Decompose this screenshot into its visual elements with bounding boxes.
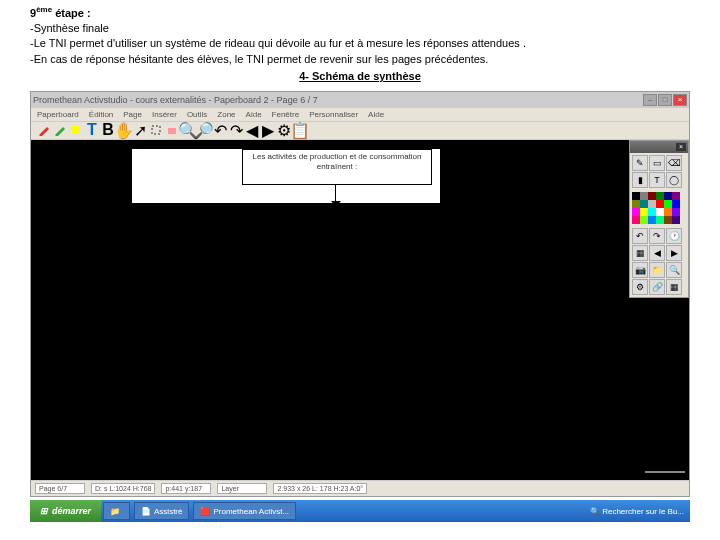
color-swatch[interactable]: [632, 200, 640, 208]
taskbar-item[interactable]: 🟥 Promethean Activst...: [193, 502, 296, 520]
color-swatches: [630, 190, 688, 226]
clock-icon[interactable]: 🕐: [666, 228, 682, 244]
canvas[interactable]: Les activités de production et de consom…: [31, 140, 689, 480]
palette-text-icon[interactable]: T: [649, 172, 665, 188]
menu-item[interactable]: Aide: [368, 110, 384, 119]
color-swatch[interactable]: [664, 216, 672, 224]
color-swatch[interactable]: [672, 192, 680, 200]
next-icon[interactable]: ▶: [666, 245, 682, 261]
zoom-in-icon[interactable]: 🔍: [181, 123, 195, 137]
pointer-tool-icon[interactable]: ➚: [133, 123, 147, 137]
undo-icon[interactable]: ↶: [632, 228, 648, 244]
color-swatch[interactable]: [632, 216, 640, 224]
system-tray[interactable]: 🔍 Rechercher sur le Bu...: [584, 507, 690, 516]
tool-palette[interactable]: × ✎ ▭ ⌫ ▮ T ◯ ↶ ↷ 🕐 ▦ ◀ ▶ 📷 📁 🔍 ⚙: [629, 140, 689, 298]
menu-item[interactable]: Édition: [89, 110, 113, 119]
diagram-text-box: Les activités de production et de consom…: [242, 149, 432, 185]
menu-item[interactable]: Insérer: [152, 110, 177, 119]
search-icon[interactable]: 🔍: [666, 262, 682, 278]
brush-tool-icon[interactable]: [53, 123, 67, 137]
color-swatch[interactable]: [640, 192, 648, 200]
text-tool-icon[interactable]: T: [85, 123, 99, 137]
color-swatch[interactable]: [656, 192, 664, 200]
palette-fill-icon[interactable]: ▮: [632, 172, 648, 188]
palette-pen-icon[interactable]: ✎: [632, 155, 648, 171]
maximize-button[interactable]: □: [658, 94, 672, 106]
color-swatch[interactable]: [664, 200, 672, 208]
curtain-icon[interactable]: ▦: [632, 245, 648, 261]
taskbar-item[interactable]: 📁: [103, 502, 130, 520]
color-swatch[interactable]: [648, 200, 656, 208]
color-swatch[interactable]: [664, 192, 672, 200]
misc2-tool-icon[interactable]: 📋: [293, 123, 307, 137]
start-button[interactable]: ⊞ démarrer: [30, 500, 101, 522]
color-swatch[interactable]: [632, 208, 640, 216]
highlight-tool-icon[interactable]: [69, 123, 83, 137]
eraser-tool-icon[interactable]: [165, 123, 179, 137]
palette-close-icon[interactable]: ×: [676, 143, 686, 151]
color-swatch[interactable]: [664, 208, 672, 216]
status-zoom: 2.933 x 26 L: 178 H:23 A:0°: [273, 483, 367, 494]
undo-icon[interactable]: ↶: [213, 123, 227, 137]
status-layer: Layer: [217, 483, 267, 494]
palette-erase-icon[interactable]: ⌫: [666, 155, 682, 171]
app-icon: 🟥: [200, 507, 210, 516]
color-swatch[interactable]: [672, 216, 680, 224]
color-swatch[interactable]: [656, 208, 664, 216]
step-suffix: ème: [36, 5, 52, 14]
status-pos: p:441 y:187: [161, 483, 211, 494]
color-swatch[interactable]: [640, 216, 648, 224]
palette-shape-icon[interactable]: ◯: [666, 172, 682, 188]
svg-rect-0: [72, 126, 80, 134]
menu-item[interactable]: Personnaliser: [309, 110, 358, 119]
redo-icon[interactable]: ↷: [229, 123, 243, 137]
bold-tool-icon[interactable]: B: [101, 123, 115, 137]
color-swatch[interactable]: [648, 208, 656, 216]
prev-page-icon[interactable]: ◀: [245, 123, 259, 137]
status-page: Page 6/7: [35, 483, 85, 494]
hand-tool-icon[interactable]: ✋: [117, 123, 131, 137]
color-swatch[interactable]: [648, 216, 656, 224]
folder-icon[interactable]: 📁: [649, 262, 665, 278]
minimize-button[interactable]: –: [643, 94, 657, 106]
next-page-icon[interactable]: ▶: [261, 123, 275, 137]
color-swatch[interactable]: [640, 208, 648, 216]
menubar: Paperboard Édition Page Insérer Outils Z…: [31, 108, 689, 122]
redo-icon[interactable]: ↷: [649, 228, 665, 244]
misc-tool-icon[interactable]: ⚙: [277, 123, 291, 137]
menu-item[interactable]: Zone: [217, 110, 235, 119]
windows-logo-icon: ⊞: [40, 506, 48, 516]
zoom-out-icon[interactable]: 🔎: [197, 123, 211, 137]
prev-icon[interactable]: ◀: [649, 245, 665, 261]
step-title: 9ème étape :: [30, 4, 690, 21]
color-swatch[interactable]: [640, 200, 648, 208]
gear-icon[interactable]: ⚙: [632, 279, 648, 295]
arrow-down-icon: [331, 201, 341, 207]
grid-icon[interactable]: ▦: [666, 279, 682, 295]
app-icon: 📄: [141, 507, 151, 516]
titlebar: Promethean Activstudio - cours externali…: [31, 92, 689, 108]
statusbar: Page 6/7 D: s L:1024 H:768 p:441 y:187 L…: [31, 480, 689, 496]
menu-item[interactable]: Paperboard: [37, 110, 79, 119]
select-tool-icon[interactable]: [149, 123, 163, 137]
link-icon[interactable]: 🔗: [649, 279, 665, 295]
taskbar-item[interactable]: 📄 Assistré: [134, 502, 189, 520]
color-swatch[interactable]: [632, 192, 640, 200]
palette-select-icon[interactable]: ▭: [649, 155, 665, 171]
menu-item[interactable]: Outils: [187, 110, 207, 119]
instruction-line1: -Synthèse finale: [30, 21, 690, 36]
color-swatch[interactable]: [672, 200, 680, 208]
menu-item[interactable]: Fenêtre: [272, 110, 300, 119]
color-swatch[interactable]: [672, 208, 680, 216]
menu-item[interactable]: Page: [123, 110, 142, 119]
camera-icon[interactable]: 📷: [632, 262, 648, 278]
close-button[interactable]: ×: [673, 94, 687, 106]
pen-tool-icon[interactable]: [37, 123, 51, 137]
color-swatch[interactable]: [648, 192, 656, 200]
start-label: démarrer: [52, 506, 91, 516]
color-swatch[interactable]: [656, 200, 664, 208]
zoom-slider[interactable]: [645, 466, 685, 478]
menu-item[interactable]: Aide: [246, 110, 262, 119]
palette-tools-row2: ↶ ↷ 🕐 ▦ ◀ ▶ 📷 📁 🔍 ⚙ 🔗 ▦: [630, 226, 688, 297]
color-swatch[interactable]: [656, 216, 664, 224]
